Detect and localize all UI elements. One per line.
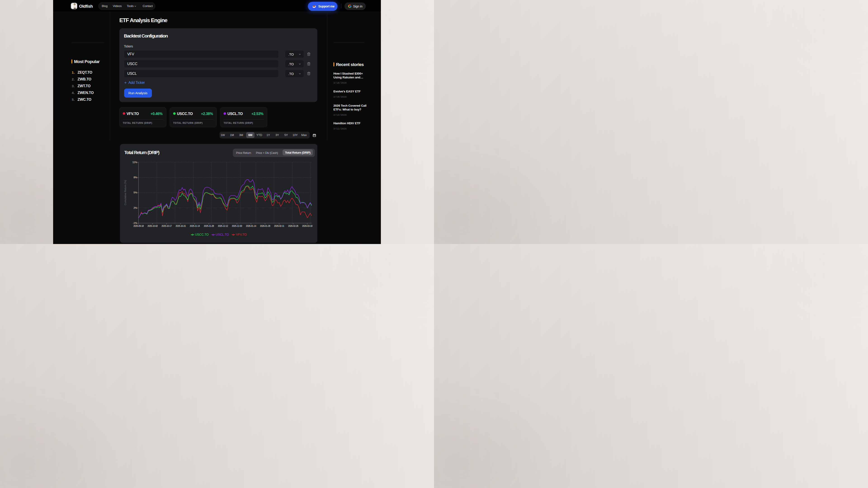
svg-text:2%: 2% <box>133 206 137 209</box>
svg-text:2026-01-28: 2026-01-28 <box>260 225 270 227</box>
svg-text:2026-03-18: 2026-03-18 <box>302 225 313 227</box>
svg-text:2025-10-02: 2025-10-02 <box>147 225 158 227</box>
svg-text:8%: 8% <box>133 176 137 179</box>
svg-text:2025-12-12: 2025-12-12 <box>218 225 228 227</box>
svg-text:2025-12-30: 2025-12-30 <box>232 225 242 227</box>
svg-text:2025-11-14: 2025-11-14 <box>190 225 200 227</box>
svg-text:2026-02-26: 2026-02-26 <box>288 225 298 227</box>
svg-text:Cumulative Return (%): Cumulative Return (%) <box>124 180 127 205</box>
svg-text:2025-10-17: 2025-10-17 <box>162 225 172 227</box>
svg-text:2025-10-31: 2025-10-31 <box>176 225 186 227</box>
svg-text:11%: 11% <box>132 161 137 164</box>
svg-text:-1%: -1% <box>133 222 137 224</box>
svg-text:2026-01-14: 2026-01-14 <box>246 225 256 227</box>
svg-text:2025-09-18: 2025-09-18 <box>133 225 144 227</box>
svg-text:2026-02-11: 2026-02-11 <box>274 225 284 227</box>
svg-text:2025-11-28: 2025-11-28 <box>204 225 214 227</box>
svg-text:5%: 5% <box>133 191 137 194</box>
